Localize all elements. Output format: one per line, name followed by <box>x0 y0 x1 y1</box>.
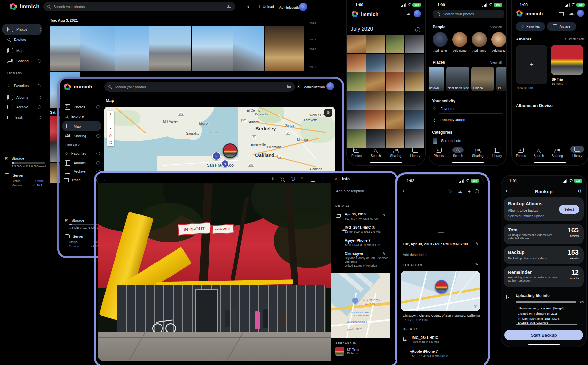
map-photo-marker[interactable] <box>223 143 238 158</box>
zoom-in-button[interactable]: + <box>107 111 114 118</box>
grid-photo[interactable] <box>366 91 385 110</box>
timeline-photo[interactable] <box>233 26 264 71</box>
trash-button[interactable] <box>560 11 563 17</box>
grid-photo[interactable] <box>405 129 424 148</box>
people-view-all[interactable]: View all <box>490 25 502 29</box>
upload-cloud-icon[interactable] <box>406 11 410 16</box>
edit-date-button[interactable] <box>382 213 385 217</box>
tab-search[interactable]: Search <box>452 147 464 158</box>
grid-photo[interactable] <box>347 91 366 110</box>
sidebar-item-albums[interactable]: Albums <box>7 95 41 100</box>
tab-library[interactable]: Library <box>410 148 421 158</box>
favorites-button[interactable]: Favorites <box>516 22 545 31</box>
grid-photo[interactable] <box>405 54 424 72</box>
places-view-all[interactable]: View all <box>490 61 502 64</box>
theme-toggle-button[interactable] <box>246 5 250 9</box>
zoom-button[interactable] <box>281 177 285 183</box>
sort-button[interactable]: Created date <box>565 37 585 40</box>
map-zoom-controls[interactable]: + − ▲ ◎ ⛶ <box>107 111 114 146</box>
sidebar-item-explore[interactable]: Explore <box>65 114 100 118</box>
grid-photo[interactable] <box>347 72 366 91</box>
place-item[interactable]: Chinatown <box>429 67 444 91</box>
sheet-handle[interactable] <box>438 232 444 233</box>
timeline-photo[interactable] <box>50 116 60 142</box>
sidebar-item-map[interactable]: Map <box>7 48 41 53</box>
search-input[interactable]: Search your photos <box>104 82 295 92</box>
tab-photos[interactable]: Photos <box>516 148 526 158</box>
edit-location-button[interactable] <box>475 263 478 266</box>
user-avatar[interactable] <box>414 10 421 17</box>
tab-search[interactable]: Search <box>534 149 544 158</box>
tab-library[interactable]: Library <box>570 146 584 158</box>
delete-button[interactable] <box>311 177 315 182</box>
album-row[interactable]: SF Trip 15 items <box>335 347 386 356</box>
user-avatar[interactable] <box>326 82 334 90</box>
tab-sharing[interactable]: Sharing <box>551 149 563 158</box>
favorite-button[interactable] <box>448 189 452 194</box>
tab-sharing[interactable]: Sharing <box>390 149 401 158</box>
map-cluster-marker[interactable]: 4 <box>221 160 229 167</box>
place-item[interactable]: Omaha <box>471 67 494 91</box>
administration-link[interactable]: Administration <box>279 6 302 9</box>
start-backup-button[interactable]: Start Backup <box>504 330 583 340</box>
timeline-scrubber[interactable]: 2024 2023 2022 2021 <box>305 20 316 72</box>
grid-photo[interactable] <box>386 54 404 72</box>
sidebar-item-sharing[interactable]: Sharing <box>7 59 41 63</box>
edit-date-button[interactable] <box>475 242 478 246</box>
timeline-photo[interactable] <box>50 26 80 71</box>
user-avatar[interactable]: I <box>299 3 307 11</box>
map-info-icon[interactable] <box>474 305 477 309</box>
fullscreen-button[interactable]: ⛶ <box>107 139 114 146</box>
grid-photo[interactable] <box>405 35 424 53</box>
close-info-button[interactable] <box>335 176 337 181</box>
sidebar-item-archive[interactable]: Archive <box>7 105 41 109</box>
grid-photo[interactable] <box>347 54 366 72</box>
screenshots-row[interactable]: Screenshots <box>433 138 461 144</box>
description-input[interactable]: Add description... <box>403 253 430 257</box>
grid-photo[interactable] <box>347 129 366 148</box>
more-button[interactable] <box>321 177 325 181</box>
locate-button[interactable]: ▲ <box>107 125 114 132</box>
timeline-photo[interactable] <box>50 163 60 183</box>
upload-button[interactable]: Upload <box>258 5 274 8</box>
tab-photos[interactable]: Photos <box>351 148 362 158</box>
sidebar-item-explore[interactable]: Explore <box>7 38 41 41</box>
description-input[interactable]: Add a description <box>336 189 364 193</box>
info-button[interactable] <box>291 177 295 181</box>
sidebar-item-albums[interactable]: Albums <box>65 160 100 166</box>
grid-photo[interactable] <box>366 129 385 148</box>
tab-photos[interactable]: Photos <box>434 148 444 158</box>
tab-sharing[interactable]: Sharing <box>472 149 483 158</box>
map-cluster-marker[interactable]: 5 <box>212 152 221 160</box>
sidebar-item-trash[interactable]: Trash <box>65 178 100 182</box>
sidebar-item-archive[interactable]: Archive <box>65 169 100 174</box>
timeline-photo[interactable] <box>265 26 304 71</box>
archive-button[interactable]: Archive <box>547 22 576 31</box>
edit-location-button[interactable] <box>382 252 385 256</box>
select-albums-button[interactable]: Select <box>559 205 579 214</box>
place-item[interactable]: Near North Side <box>446 67 469 91</box>
search-input[interactable]: Search your photos <box>433 10 504 18</box>
sidebar-item-map[interactable]: Map <box>65 124 100 129</box>
place-item[interactable]: Pi <box>496 67 506 91</box>
timeline-photo[interactable] <box>149 26 191 71</box>
album-card-thumbnail[interactable] <box>551 45 583 75</box>
favorites-row[interactable]: Favorites <box>433 106 455 111</box>
grid-photo[interactable] <box>386 129 404 148</box>
share-button[interactable] <box>271 177 275 181</box>
sidebar-item-trash[interactable]: Trash <box>7 115 41 119</box>
settings-button[interactable] <box>578 189 582 193</box>
tab-search[interactable]: Search <box>371 149 381 158</box>
location-map[interactable]: FISHERMAN'S WHARF Beach Street North Poi… <box>331 273 390 338</box>
layers-button[interactable]: ◎ <box>107 132 114 139</box>
grid-photo[interactable] <box>405 110 424 129</box>
filter-icon[interactable] <box>287 85 291 88</box>
map-canvas[interactable]: Mill Valley Tiburon Sausalito Angel Isla… <box>104 107 335 174</box>
new-album-card[interactable] <box>516 45 547 84</box>
map-settings-button[interactable] <box>324 109 332 117</box>
grid-photo[interactable] <box>405 91 424 110</box>
grid-photo[interactable] <box>386 91 404 110</box>
select-all-icon[interactable] <box>415 27 420 32</box>
grid-photo[interactable] <box>347 110 366 129</box>
zoom-out-button[interactable]: − <box>107 118 114 125</box>
